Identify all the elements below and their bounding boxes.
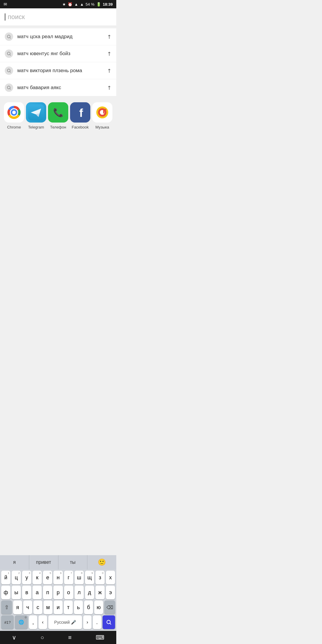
svg-line-1: [10, 38, 11, 38]
suggestion-text-1: матч цска реал мадрид: [17, 34, 107, 40]
search-icon-1: [5, 32, 13, 41]
svg-point-6: [7, 86, 10, 89]
suggestion-text-3: матч виктория плзень рома: [17, 68, 107, 74]
suggestion-text-2: матч ювентус янг бойз: [17, 51, 107, 57]
mail-icon: ✉: [4, 2, 7, 7]
telegram-label: Telegram: [28, 125, 44, 129]
bluetooth-icon: ★: [62, 2, 66, 7]
music-icon: [92, 102, 112, 123]
alarm-icon: ⏰: [68, 2, 72, 7]
phone-icon: 📞: [48, 102, 68, 123]
suggestion-text-4: матч бавария аякс: [17, 85, 107, 91]
suggestion-item-4[interactable]: матч бавария аякс ↗: [0, 79, 116, 96]
svg-line-7: [10, 89, 11, 89]
svg-point-4: [7, 69, 10, 72]
svg-text:f: f: [79, 107, 83, 119]
app-telegram[interactable]: Telegram: [25, 102, 47, 129]
suggestion-item-2[interactable]: матч ювентус янг бойз ↗: [0, 45, 116, 62]
chrome-label: Chrome: [7, 125, 21, 129]
app-chrome[interactable]: Chrome: [3, 102, 25, 129]
app-music[interactable]: Музыка: [92, 102, 113, 129]
app-phone[interactable]: 📞 Телефон: [47, 102, 69, 129]
telegram-icon: [26, 102, 46, 123]
status-left: ✉: [4, 2, 7, 7]
suggestion-item-3[interactable]: матч виктория плзень рома ↗: [0, 62, 116, 79]
empty-space: [0, 135, 116, 171]
search-icon-2: [5, 49, 13, 58]
svg-line-5: [10, 72, 11, 72]
search-bar[interactable]: поиск: [0, 8, 116, 26]
music-label: Музыка: [95, 125, 109, 129]
battery-text: 54 %: [86, 2, 95, 7]
signal-icon: ▲: [80, 2, 84, 7]
svg-line-3: [10, 55, 11, 55]
search-cursor: [5, 13, 5, 21]
chrome-icon: [4, 102, 24, 123]
facebook-label: Facebook: [72, 125, 89, 129]
suggestion-item-1[interactable]: матч цска реал мадрид ↗: [0, 28, 116, 45]
search-placeholder[interactable]: поиск: [8, 13, 25, 21]
svg-point-0: [7, 35, 10, 38]
suggestions-list: матч цска реал мадрид ↗ матч ювентус янг…: [0, 28, 116, 96]
svg-point-11: [12, 111, 16, 114]
search-icon-4: [5, 83, 13, 92]
svg-point-2: [7, 52, 10, 55]
svg-text:📞: 📞: [53, 108, 64, 117]
time: 18:39: [103, 2, 113, 7]
status-right: ★ ⏰ ▲ ▲ 54 % 🔋 18:39: [62, 2, 113, 7]
svg-rect-25: [103, 109, 106, 111]
phone-label: Телефон: [50, 125, 66, 129]
app-facebook[interactable]: f Facebook: [69, 102, 91, 129]
apps-row: Chrome Telegr: [3, 102, 113, 129]
search-icon-3: [5, 66, 13, 75]
facebook-icon: f: [70, 102, 90, 123]
wifi-icon: ▲: [74, 2, 78, 7]
status-bar: ✉ ★ ⏰ ▲ ▲ 54 % 🔋 18:39: [0, 0, 116, 8]
apps-section: Chrome Telegr: [0, 96, 116, 135]
battery-icon: 🔋: [96, 2, 101, 7]
